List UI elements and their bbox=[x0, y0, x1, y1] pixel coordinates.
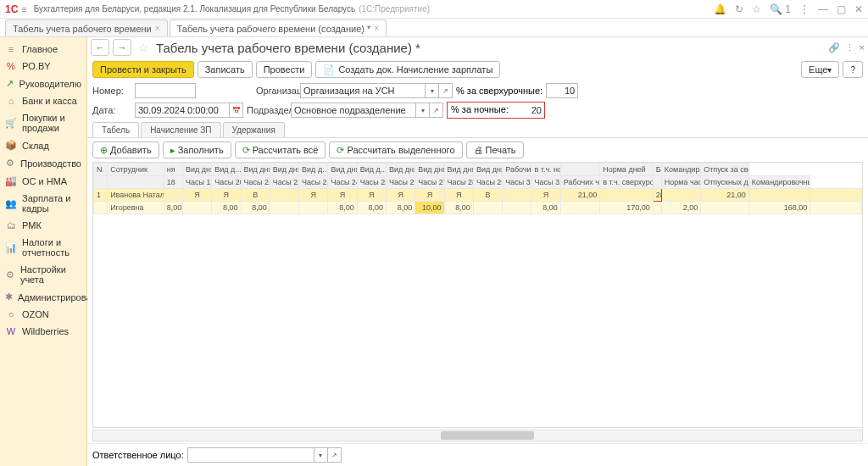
cell[interactable]: Я bbox=[357, 189, 386, 202]
cell[interactable]: Я bbox=[386, 189, 415, 202]
sidebar-item-11[interactable]: ⚙Настройки учета bbox=[0, 261, 86, 288]
cell[interactable]: 1 bbox=[94, 189, 108, 202]
cell[interactable]: 168,00 bbox=[748, 202, 810, 214]
create-doc-button[interactable]: 📄Создать док. Начисление зарплаты bbox=[315, 61, 500, 78]
cell[interactable]: Я bbox=[299, 189, 328, 202]
responsible-open-icon[interactable]: ↗ bbox=[328, 447, 342, 463]
tab-0[interactable]: Табель учета рабочего времени× bbox=[5, 19, 168, 36]
calc-selected-button[interactable]: ⟳Рассчитать выделенного bbox=[329, 141, 462, 158]
sidebar-item-5[interactable]: 📦Склад bbox=[0, 136, 86, 154]
cell[interactable]: Игоревна bbox=[108, 202, 164, 214]
cell[interactable]: В bbox=[473, 189, 502, 202]
sidebar-item-14[interactable]: WWildberries bbox=[0, 323, 86, 340]
cell[interactable]: Я bbox=[182, 189, 211, 202]
sidebar-item-0[interactable]: ≡Главное bbox=[0, 41, 86, 58]
org-field[interactable] bbox=[300, 83, 426, 98]
cell[interactable]: Я bbox=[415, 189, 444, 202]
sidebar-item-8[interactable]: 👥Зарплата и кадры bbox=[0, 190, 86, 217]
sidebar-item-9[interactable]: 🗂РМК bbox=[0, 217, 86, 234]
cell[interactable]: Я bbox=[444, 189, 473, 202]
cell[interactable] bbox=[164, 189, 182, 202]
cell[interactable] bbox=[270, 202, 298, 214]
main-menu-icon[interactable]: ≡ bbox=[21, 4, 26, 14]
sidebar-item-6[interactable]: ⚙Производство bbox=[0, 154, 86, 172]
sidebar-item-4[interactable]: 🛒Покупки и продажи bbox=[0, 109, 86, 136]
cell[interactable] bbox=[503, 202, 531, 214]
responsible-field[interactable] bbox=[187, 447, 314, 463]
cell[interactable]: 21,00 bbox=[701, 189, 748, 202]
cell[interactable]: Я bbox=[328, 189, 357, 202]
night-field[interactable] bbox=[512, 103, 544, 118]
fill-button[interactable]: ▸Заполнить bbox=[163, 141, 231, 158]
cell[interactable] bbox=[701, 202, 748, 214]
cell[interactable]: 21,00 bbox=[560, 189, 599, 202]
cell[interactable]: 10,00 bbox=[415, 202, 444, 214]
overtime-field[interactable] bbox=[546, 83, 578, 98]
forward-button[interactable]: → bbox=[113, 39, 131, 56]
cell[interactable] bbox=[270, 189, 298, 202]
org-open-icon[interactable]: ↗ bbox=[439, 83, 453, 98]
cell[interactable] bbox=[748, 189, 810, 202]
cell[interactable]: Я bbox=[531, 189, 560, 202]
save-button[interactable]: Записать bbox=[198, 61, 253, 78]
org-dropdown-icon[interactable]: ▾ bbox=[426, 83, 439, 98]
dept-dropdown-icon[interactable]: ▾ bbox=[416, 103, 430, 118]
more-icon[interactable]: ⋮ bbox=[845, 42, 854, 53]
cell[interactable] bbox=[94, 202, 108, 214]
history-icon[interactable]: ↻ bbox=[735, 3, 743, 15]
responsible-dropdown-icon[interactable]: ▾ bbox=[314, 447, 328, 463]
cell[interactable]: 8,00 bbox=[212, 202, 241, 214]
cell[interactable] bbox=[473, 202, 502, 214]
cell[interactable]: 170,00 bbox=[600, 202, 654, 214]
cell[interactable] bbox=[299, 202, 328, 214]
cell[interactable]: Я bbox=[212, 189, 241, 202]
sidebar-item-12[interactable]: ✱Администрирование bbox=[0, 288, 86, 306]
cell[interactable]: 8,00 bbox=[531, 202, 560, 214]
subtab-payroll[interactable]: Начисление ЗП bbox=[141, 122, 220, 137]
close-icon[interactable]: ✕ bbox=[854, 3, 863, 15]
sidebar-item-2[interactable]: ↗Руководителю bbox=[0, 75, 86, 92]
print-button[interactable]: 🖨Печать bbox=[466, 141, 524, 158]
cell[interactable]: Иванова Наталья bbox=[108, 189, 164, 202]
cell[interactable]: 8,00 bbox=[357, 202, 386, 214]
sidebar-item-1[interactable]: %PO.BY bbox=[0, 58, 86, 75]
subtab-deductions[interactable]: Удержания bbox=[223, 122, 285, 137]
more-button[interactable]: Еще ▾ bbox=[801, 61, 839, 78]
cell[interactable]: 8,00 bbox=[164, 202, 182, 214]
help-button[interactable]: ? bbox=[843, 61, 863, 78]
cell[interactable]: 8,00 bbox=[328, 202, 357, 214]
link-icon[interactable]: 🔗 bbox=[828, 42, 840, 53]
cell[interactable] bbox=[503, 189, 531, 202]
star-icon[interactable]: ☆ bbox=[752, 3, 761, 15]
options-icon[interactable]: ⋮ bbox=[799, 3, 810, 15]
cell[interactable]: 28,00 bbox=[653, 189, 661, 202]
date-field[interactable] bbox=[135, 103, 230, 118]
cell[interactable] bbox=[661, 189, 700, 202]
tab-1[interactable]: Табель учета рабочего времени (создание)… bbox=[170, 19, 387, 36]
number-field[interactable] bbox=[135, 83, 196, 98]
horizontal-scrollbar[interactable] bbox=[92, 430, 863, 441]
dept-open-icon[interactable]: ↗ bbox=[430, 103, 443, 118]
save-and-close-button[interactable]: Провести и закрыть bbox=[92, 61, 194, 78]
cell[interactable] bbox=[810, 189, 862, 202]
sidebar-item-10[interactable]: 📊Налоги и отчетность bbox=[0, 234, 86, 261]
close-page-icon[interactable]: × bbox=[860, 42, 865, 53]
close-tab-icon[interactable]: × bbox=[155, 24, 160, 33]
cell[interactable] bbox=[653, 202, 661, 214]
run-button[interactable]: Провести bbox=[256, 61, 313, 78]
back-button[interactable]: ← bbox=[91, 39, 109, 56]
cell[interactable]: 8,00 bbox=[386, 202, 415, 214]
maximize-icon[interactable]: ▢ bbox=[837, 3, 846, 15]
cell[interactable] bbox=[560, 202, 599, 214]
add-row-button[interactable]: ⊕Добавить bbox=[92, 141, 159, 158]
sidebar-item-13[interactable]: ○OZON bbox=[0, 306, 86, 323]
calc-all-button[interactable]: ⟳Рассчитать всё bbox=[235, 141, 326, 158]
minimize-icon[interactable]: — bbox=[818, 3, 828, 15]
date-picker-icon[interactable]: 📅 bbox=[230, 103, 243, 118]
sidebar-item-3[interactable]: ⌂Банк и касса bbox=[0, 92, 86, 109]
bell-icon[interactable]: 🔔 bbox=[714, 3, 726, 15]
cell[interactable]: В bbox=[241, 189, 270, 202]
sidebar-item-7[interactable]: 🏭ОС и НМА bbox=[0, 172, 86, 190]
close-tab-icon[interactable]: × bbox=[374, 24, 379, 33]
cell[interactable] bbox=[810, 202, 862, 214]
